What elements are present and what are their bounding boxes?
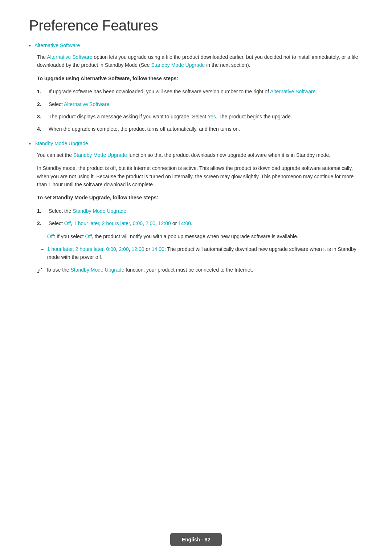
note-link[interactable]: Standby Mode Upgrade xyxy=(71,267,124,273)
dash-item-times: – 1 hour later, 2 hours later, 0:00, 2:0… xyxy=(37,245,363,261)
bullet1-steps: 1. If upgrade software has been download… xyxy=(37,88,363,133)
step2-1hour-link[interactable]: 1 hour later xyxy=(74,220,99,226)
page-container: Preference Features • Alternative Softwa… xyxy=(0,0,392,319)
step2-period: . xyxy=(191,220,192,226)
bullet2-para1-after: function so that the product downloads n… xyxy=(127,152,330,158)
dash2-1200-link[interactable]: 12:00 xyxy=(132,246,144,252)
note-text: To use the Standby Mode Upgrade function… xyxy=(46,266,253,274)
dash1-after2: , the product will notify you with a pop… xyxy=(92,233,298,239)
bullet1-intro-rest2: in the next section). xyxy=(205,62,250,68)
main-list: • Alternative Software The Alternative S… xyxy=(29,42,363,275)
step-2: 2. Select Alternative Software. xyxy=(37,100,363,108)
standby-step1-before: Select the xyxy=(49,208,73,214)
bullet2-para1-before: You can set the xyxy=(37,152,73,158)
note-line: 🖊 To use the Standby Mode Upgrade functi… xyxy=(37,266,363,276)
step2-comma3: , xyxy=(130,220,133,226)
standby-step2-num: 2. xyxy=(37,219,44,227)
step-3: 3. The product displays a message asking… xyxy=(37,113,363,121)
step1-text-after: . xyxy=(315,89,317,94)
step3-text: The product displays a message asking if… xyxy=(49,113,292,121)
step2-2hours-link[interactable]: 2 hours later xyxy=(102,220,130,226)
standby-step1-link[interactable]: Standby Mode Upgrade xyxy=(73,208,126,214)
bullet2-para1-link[interactable]: Standby Mode Upgrade xyxy=(73,152,127,158)
step2-200-link[interactable]: 2:00 xyxy=(146,220,155,226)
standby-step2-text: Select Off, 1 hour later, 2 hours later,… xyxy=(49,219,192,227)
step2-comma1: , xyxy=(71,220,74,226)
step-4: 4. When the upgrade is complete, the pro… xyxy=(37,125,363,133)
step2-text-after: . xyxy=(109,101,111,107)
dash-list: – Off: If you select Off, the product wi… xyxy=(37,232,363,261)
bullet-dot-2: • xyxy=(29,141,31,147)
bullet-item-alternative-software: • Alternative Software The Alternative S… xyxy=(29,42,363,133)
standby-step-1: 1. Select the Standby Mode Upgrade. xyxy=(37,207,363,215)
step2-or: or xyxy=(171,220,178,226)
standby-step1-after: . xyxy=(126,208,128,214)
bullet1-heading: To upgrade using Alternative Software, f… xyxy=(37,74,363,82)
step2-1200-link[interactable]: 12:00 xyxy=(158,220,171,226)
dash-item-off: – Off: If you select Off, the product wi… xyxy=(37,232,363,240)
footer-badge: English - 92 xyxy=(170,533,222,546)
bullet2-content: You can set the Standby Mode Upgrade fun… xyxy=(37,151,363,276)
bullet1-intro-link2[interactable]: Standby Mode Upgrade xyxy=(151,62,205,68)
dash2-comma4: , xyxy=(129,246,132,252)
dash1-off-link2[interactable]: Off xyxy=(85,233,92,239)
bullet1-content: The Alternative Software option lets you… xyxy=(37,53,363,133)
note-icon: 🖊 xyxy=(37,266,43,276)
step2-1400-link[interactable]: 14:00 xyxy=(178,220,191,226)
dash2-1hour-link[interactable]: 1 hour later xyxy=(47,246,73,252)
dash2-text: 1 hour later, 2 hours later, 0:00, 2:00,… xyxy=(47,245,363,261)
step3-text-after: . The product begins the upgrade. xyxy=(216,114,292,119)
bullet1-intro-para: The Alternative Software option lets you… xyxy=(37,53,363,69)
bullet1-label-link[interactable]: Alternative Software xyxy=(34,42,80,48)
bullet2-label-link[interactable]: Standby Mode Upgrade xyxy=(34,141,88,146)
step3-link[interactable]: Yes xyxy=(208,114,216,119)
dash1-colon: : If you select xyxy=(54,233,85,239)
bullet1-intro-link[interactable]: Alternative Software xyxy=(47,54,92,60)
dash2-or: or xyxy=(144,246,152,252)
dash2-000-link[interactable]: 0:00 xyxy=(106,246,116,252)
dash2-comma1: , xyxy=(73,246,75,252)
step1-link[interactable]: Alternative Software xyxy=(270,89,315,94)
step1-text-before: If upgrade software has been downloaded,… xyxy=(49,89,270,94)
dash2-1400-link[interactable]: 14:00 xyxy=(152,246,164,252)
bullet2-steps: 1. Select the Standby Mode Upgrade. 2. S… xyxy=(37,207,363,228)
dash2-200-link[interactable]: 2:00 xyxy=(119,246,129,252)
step2-select-text: Select xyxy=(49,220,64,226)
bullet2-heading: To set Standby Mode Upgrade, follow thes… xyxy=(37,194,363,202)
standby-step-2: 2. Select Off, 1 hour later, 2 hours lat… xyxy=(37,219,363,227)
dash-symbol-2: – xyxy=(41,245,44,261)
step2-off-link[interactable]: Off xyxy=(64,220,71,226)
step2-text-before: Select xyxy=(49,101,64,107)
dash2-2hours-link[interactable]: 2 hours later xyxy=(75,246,103,252)
dash1-text: Off: If you select Off, the product will… xyxy=(47,232,298,240)
step2-comma5: , xyxy=(155,220,158,226)
step2-comma2: , xyxy=(99,220,102,226)
dash2-comma3: , xyxy=(116,246,119,252)
step2-link[interactable]: Alternative Software xyxy=(64,101,109,107)
step4-text: When the upgrade is complete, the produc… xyxy=(49,125,240,133)
step4-num: 4. xyxy=(37,125,44,133)
page-title: Preference Features xyxy=(29,17,363,34)
bullet-item-standby-mode: • Standby Mode Upgrade You can set the S… xyxy=(29,141,363,276)
note-before: To use the xyxy=(46,267,71,273)
dash-symbol-1: – xyxy=(41,232,44,240)
standby-step1-text: Select the Standby Mode Upgrade. xyxy=(49,207,128,215)
step1-text: If upgrade software has been downloaded,… xyxy=(49,88,317,95)
footer-bar: English - 92 xyxy=(0,533,392,557)
bullet2-para2: In Standby mode, the product is off, but… xyxy=(37,164,363,188)
step2-num: 2. xyxy=(37,100,44,108)
step1-num: 1. xyxy=(37,88,44,95)
bullet2-para1: You can set the Standby Mode Upgrade fun… xyxy=(37,151,363,159)
step2-text: Select Alternative Software. xyxy=(49,100,111,108)
note-after: function, your product must be connected… xyxy=(124,267,253,273)
step-1: 1. If upgrade software has been download… xyxy=(37,88,363,95)
bullet1-intro-text: The xyxy=(37,54,47,60)
step2-comma4: , xyxy=(143,220,146,226)
step2-000-link[interactable]: 0:00 xyxy=(133,220,143,226)
dash1-off-link[interactable]: Off xyxy=(47,233,54,239)
step3-num: 3. xyxy=(37,113,44,121)
standby-step1-num: 1. xyxy=(37,207,44,215)
step3-text-before: The product displays a message asking if… xyxy=(49,114,208,119)
bullet-dot-1: • xyxy=(29,43,31,49)
